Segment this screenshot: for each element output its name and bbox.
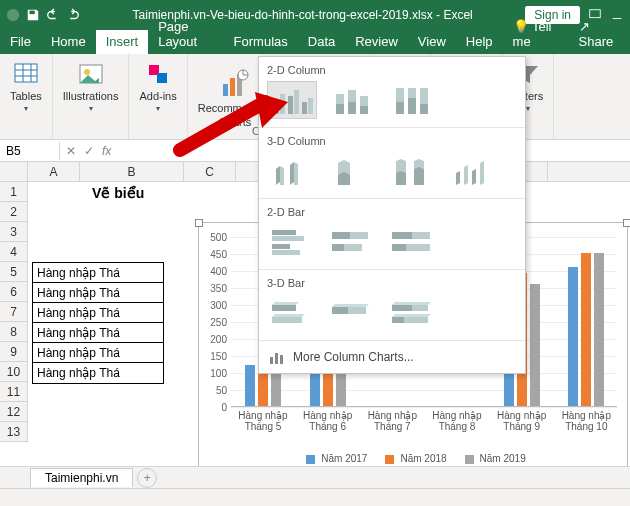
x-label: Hàng nhập Tháng 10 bbox=[558, 410, 614, 432]
row-11[interactable]: 11 bbox=[0, 382, 28, 402]
3d-clustered-bar-option[interactable] bbox=[267, 294, 317, 332]
table-row[interactable]: Hàng nhập Thá bbox=[33, 343, 163, 363]
undo-icon[interactable] bbox=[46, 8, 60, 22]
col-A[interactable]: A bbox=[28, 162, 80, 181]
3d-column-option[interactable] bbox=[447, 152, 497, 190]
row-13[interactable]: 13 bbox=[0, 422, 28, 442]
row-8[interactable]: 8 bbox=[0, 322, 28, 342]
addins-button[interactable]: Add-ins▾ bbox=[135, 58, 180, 115]
tab-view[interactable]: View bbox=[408, 30, 456, 54]
bar-group bbox=[558, 253, 614, 406]
bar bbox=[568, 267, 578, 406]
table-row[interactable]: Hàng nhập Thá bbox=[33, 323, 163, 343]
tab-help[interactable]: Help bbox=[456, 30, 503, 54]
y-tick: 300 bbox=[210, 300, 227, 311]
svg-rect-31 bbox=[280, 94, 285, 114]
share-label: Share bbox=[579, 34, 614, 49]
row-headers: 1 2 3 4 5 6 7 8 9 10 11 12 13 bbox=[0, 182, 28, 442]
bar bbox=[594, 253, 604, 406]
legend-item: Năm 2018 bbox=[379, 453, 446, 464]
row-2[interactable]: 2 bbox=[0, 202, 28, 222]
table-row[interactable]: Hàng nhập Thá bbox=[33, 303, 163, 323]
tab-home[interactable]: Home bbox=[41, 30, 96, 54]
row-5[interactable]: 5 bbox=[0, 262, 28, 282]
sheet-tab-bar: Taimienphi.vn + bbox=[0, 466, 630, 488]
resize-handle-ne[interactable] bbox=[623, 219, 630, 227]
section-3d-column: 3-D Column bbox=[267, 132, 517, 152]
more-charts-label: More Column Charts... bbox=[293, 350, 414, 364]
tab-review[interactable]: Review bbox=[345, 30, 408, 54]
row-10[interactable]: 10 bbox=[0, 362, 28, 382]
stacked-column-option[interactable] bbox=[327, 81, 377, 119]
save-icon[interactable] bbox=[26, 8, 40, 22]
3d-clustered-column-option[interactable] bbox=[267, 152, 317, 190]
name-box[interactable]: B5 bbox=[0, 142, 60, 160]
100-stacked-column-option[interactable] bbox=[387, 81, 437, 119]
3d-stacked-column-option[interactable] bbox=[327, 152, 377, 190]
clustered-column-option[interactable] bbox=[267, 81, 317, 119]
illustrations-button[interactable]: Illustrations▾ bbox=[59, 58, 123, 115]
stacked-bar-option[interactable] bbox=[327, 223, 377, 261]
legend-item: Năm 2019 bbox=[459, 453, 526, 464]
3d-100-stacked-bar-option[interactable] bbox=[387, 294, 437, 332]
window-title: Taimienphi.vn-Ve-bieu-do-hinh-cot-trong-… bbox=[80, 8, 525, 22]
sheet-heading: Vẽ biểu bbox=[82, 185, 144, 201]
table-row[interactable]: Hàng nhập Thá bbox=[33, 263, 163, 283]
row-1[interactable]: 1 bbox=[0, 182, 28, 202]
3d-stacked-bar-option[interactable] bbox=[327, 294, 377, 332]
row-9[interactable]: 9 bbox=[0, 342, 28, 362]
tab-share[interactable]: ↗ Share bbox=[569, 15, 626, 54]
tab-pagelayout[interactable]: Page Layout bbox=[148, 15, 223, 54]
charts-label: Charts bbox=[219, 116, 251, 128]
autosave-icon[interactable] bbox=[6, 8, 20, 22]
svg-rect-51 bbox=[272, 250, 300, 255]
clustered-bar-option[interactable] bbox=[267, 223, 317, 261]
tab-tellme[interactable]: 💡 Tell me bbox=[503, 15, 569, 54]
x-label: Hàng nhập Tháng 7 bbox=[364, 410, 420, 432]
svg-rect-53 bbox=[332, 232, 350, 239]
y-tick: 0 bbox=[221, 402, 227, 413]
3d-100-stacked-column-option[interactable] bbox=[387, 152, 437, 190]
row-7[interactable]: 7 bbox=[0, 302, 28, 322]
tables-button[interactable]: Tables▾ bbox=[6, 58, 46, 115]
tab-formulas[interactable]: Formulas bbox=[224, 30, 298, 54]
y-tick: 450 bbox=[210, 249, 227, 260]
bar bbox=[530, 284, 540, 406]
tab-data[interactable]: Data bbox=[298, 30, 345, 54]
row-3[interactable]: 3 bbox=[0, 222, 28, 242]
svg-rect-0 bbox=[7, 9, 19, 21]
tab-insert[interactable]: Insert bbox=[96, 30, 149, 54]
y-tick: 350 bbox=[210, 283, 227, 294]
redo-icon[interactable] bbox=[66, 8, 80, 22]
svg-rect-37 bbox=[336, 104, 344, 114]
quick-access-toolbar bbox=[6, 8, 80, 22]
svg-rect-3 bbox=[15, 64, 37, 82]
ribbon-tabs: File Home Insert Page Layout Formulas Da… bbox=[0, 30, 630, 54]
resize-handle-nw[interactable] bbox=[195, 219, 203, 227]
sheet-tab[interactable]: Taimienphi.vn bbox=[30, 468, 133, 487]
row-6[interactable]: 6 bbox=[0, 282, 28, 302]
svg-rect-49 bbox=[272, 236, 304, 241]
fx-icon[interactable]: fx bbox=[102, 144, 111, 158]
col-C[interactable]: C bbox=[184, 162, 236, 181]
svg-rect-69 bbox=[275, 353, 278, 364]
add-sheet-button[interactable]: + bbox=[137, 468, 157, 488]
y-tick: 200 bbox=[210, 334, 227, 345]
cancel-icon[interactable]: ✕ bbox=[66, 144, 76, 158]
row-4[interactable]: 4 bbox=[0, 242, 28, 262]
more-column-charts[interactable]: More Column Charts... bbox=[259, 340, 525, 373]
x-label: Hàng nhập Tháng 9 bbox=[494, 410, 550, 432]
section-3d-bar: 3-D Bar bbox=[267, 274, 517, 294]
table-row[interactable]: Hàng nhập Thá bbox=[33, 283, 163, 303]
col-B[interactable]: B bbox=[80, 162, 184, 181]
tab-file[interactable]: File bbox=[0, 30, 41, 54]
column-chart-icon bbox=[269, 349, 285, 365]
table-row[interactable]: Hàng nhập Thá bbox=[33, 363, 163, 383]
row-12[interactable]: 12 bbox=[0, 402, 28, 422]
select-all-corner[interactable] bbox=[0, 162, 28, 181]
100-stacked-bar-option[interactable] bbox=[387, 223, 437, 261]
svg-rect-8 bbox=[223, 84, 228, 96]
group-addins: Add-ins▾ bbox=[129, 54, 187, 139]
x-label: Hàng nhập Tháng 6 bbox=[300, 410, 356, 432]
enter-icon[interactable]: ✓ bbox=[84, 144, 94, 158]
